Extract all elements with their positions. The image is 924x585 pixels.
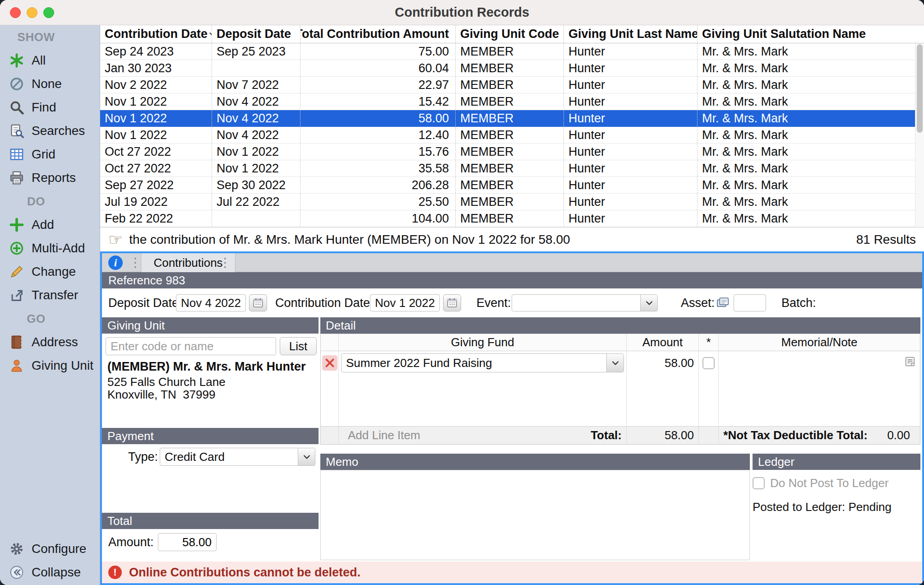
sidebar-item-label: Address: [32, 335, 78, 349]
status-text: the contribution of Mr. & Mrs. Mark Hunt…: [129, 232, 570, 247]
cell-amount: 104.00: [300, 210, 456, 227]
table-row[interactable]: Nov 1 2022 Nov 4 2022 58.00 MEMBER Hunte…: [100, 110, 915, 127]
asset-cards-icon[interactable]: [714, 294, 732, 311]
cell-salutation: Mr. & Mrs. Mark: [698, 127, 915, 143]
table-row[interactable]: Nov 2 2022 Nov 7 2022 22.97 MEMBER Hunte…: [100, 77, 915, 93]
giving-fund-select[interactable]: Summer 2022 Fund Raising: [341, 353, 624, 372]
table-row[interactable]: Nov 1 2022 Nov 4 2022 15.42 MEMBER Hunte…: [100, 93, 915, 110]
window-controls: [10, 7, 54, 18]
deposit-date-input[interactable]: [176, 294, 246, 311]
table-row[interactable]: Jan 30 2023 60.04 MEMBER Hunter Mr. & Mr…: [100, 60, 915, 77]
sidebar-item-change[interactable]: Change: [0, 260, 100, 283]
sidebar-item-none[interactable]: None: [0, 72, 100, 96]
table-row[interactable]: Oct 27 2022 Nov 1 2022 15.76 MEMBER Hunt…: [100, 144, 915, 160]
sidebar-item-label: All: [32, 53, 46, 68]
event-select[interactable]: [512, 294, 658, 311]
giving-fund-cell: Summer 2022 Fund Raising: [339, 351, 627, 375]
deposit-date-calendar-icon[interactable]: [249, 294, 267, 311]
cell-giving-unit-code: MEMBER: [456, 77, 564, 93]
cell-salutation: Mr. & Mrs. Mark: [698, 210, 915, 227]
sidebar-item-multi-add[interactable]: Multi-Add: [0, 237, 100, 260]
contribution-date-input[interactable]: [370, 294, 440, 311]
info-icon[interactable]: i: [108, 255, 123, 270]
payment-type-select[interactable]: Credit Card: [160, 448, 315, 466]
table-row[interactable]: Sep 24 2023 Sep 25 2023 75.00 MEMBER Hun…: [100, 43, 915, 60]
sidebar-item-grid[interactable]: Grid: [0, 143, 100, 166]
memo-note-icon[interactable]: [904, 355, 916, 371]
do-not-post-label: Do Not Post To Ledger: [770, 476, 889, 490]
cell-last-name: Hunter: [564, 77, 698, 93]
table-row[interactable]: Sep 27 2022 Sep 30 2022 206.28 MEMBER Hu…: [100, 177, 915, 194]
column-header-deposit-date[interactable]: Deposit Date: [212, 25, 300, 43]
chevron-down-icon[interactable]: [298, 448, 315, 465]
line-items-header: Giving Fund Amount * Memorial/Note: [321, 334, 920, 351]
giving-unit-address-line2: Knoxville, TN 37999: [107, 388, 215, 402]
cell-last-name: Hunter: [564, 210, 698, 227]
amount-input[interactable]: [158, 533, 217, 551]
delete-line-item-icon[interactable]: [322, 355, 337, 371]
list-button[interactable]: List: [280, 337, 317, 355]
sidebar-item-collapse[interactable]: Collapse: [0, 561, 100, 584]
deposit-date-label: Deposit Date:: [108, 288, 182, 317]
column-header-giving-unit-code[interactable]: Giving Unit Code: [456, 25, 564, 43]
table-scrollbar[interactable]: [915, 43, 924, 227]
sidebar-item-configure[interactable]: Configure: [0, 537, 100, 561]
giving-unit-search-input[interactable]: [106, 337, 276, 355]
chevron-down-icon[interactable]: [606, 354, 624, 372]
sidebar-item-giving-unit[interactable]: Giving Unit: [0, 354, 100, 377]
table-row[interactable]: Oct 27 2022 Nov 1 2022 35.58 MEMBER Hunt…: [100, 160, 915, 177]
sidebar-item-reports[interactable]: Reports: [0, 166, 100, 190]
status-bar: ☞ the contribution of Mr. & Mrs. Mark Hu…: [100, 227, 924, 251]
column-header-giving-fund: Giving Fund: [339, 334, 627, 351]
cell-salutation: Mr. & Mrs. Mark: [698, 43, 915, 60]
sidebar-item-label: Multi-Add: [32, 241, 85, 255]
sidebar-item-add[interactable]: Add: [0, 213, 100, 237]
memorial-note-cell[interactable]: [719, 351, 920, 375]
column-header-contribution-date[interactable]: Contribution Date: [100, 25, 212, 43]
detail-header: Detail: [320, 317, 920, 334]
table-row[interactable]: Nov 1 2022 Nov 4 2022 12.40 MEMBER Hunte…: [100, 127, 915, 144]
sidebar-item-address[interactable]: Address: [0, 330, 100, 354]
cell-contribution-date: Sep 27 2022: [100, 177, 212, 193]
cell-amount: 60.04: [300, 60, 456, 76]
do-not-post-checkbox[interactable]: [753, 477, 765, 489]
not-deductible-checkbox[interactable]: [702, 357, 715, 369]
table-row[interactable]: Feb 22 2022 104.00 MEMBER Hunter Mr. & M…: [100, 210, 915, 227]
column-header-last-name[interactable]: Giving Unit Last Name: [564, 25, 698, 43]
batch-label: Batch:: [781, 288, 816, 317]
sidebar-section-go: GO: [0, 307, 72, 330]
cell-last-name: Hunter: [564, 110, 698, 126]
column-header-salutation[interactable]: Giving Unit Salutation Name: [698, 25, 924, 43]
contribution-date-calendar-icon[interactable]: [443, 294, 461, 311]
line-item-amount[interactable]: 58.00: [627, 351, 699, 375]
zoom-window-button[interactable]: [43, 7, 54, 18]
cell-deposit-date: Sep 30 2022: [212, 177, 300, 193]
table-row[interactable]: Jul 19 2022 Jul 22 2022 25.50 MEMBER Hun…: [100, 194, 915, 210]
cell-amount: 15.76: [300, 144, 456, 160]
ledger-section: Do Not Post To Ledger Posted to Ledger: …: [753, 470, 920, 560]
scrollbar-thumb[interactable]: [917, 44, 923, 133]
cell-salutation: Mr. & Mrs. Mark: [698, 144, 915, 160]
chevron-down-icon[interactable]: [640, 295, 657, 311]
sidebar-item-all[interactable]: All: [0, 49, 100, 72]
tab-drag-handle-icon[interactable]: ⋮: [219, 253, 231, 272]
cell-contribution-date: Oct 27 2022: [100, 160, 212, 176]
column-header-memorial-note: Memorial/Note: [719, 334, 920, 351]
sidebar-item-searches[interactable]: Searches: [0, 119, 100, 143]
drag-handle-icon[interactable]: ⋮: [129, 253, 142, 272]
cell-giving-unit-code: MEMBER: [456, 160, 564, 176]
minimize-window-button[interactable]: [27, 7, 37, 18]
sidebar-item-find[interactable]: Find: [0, 96, 100, 119]
asset-input[interactable]: [734, 294, 766, 311]
contribution-detail-panel: i ⋮ Contributions ⋮ Reference 983 Deposi…: [100, 251, 924, 585]
memo-input[interactable]: [320, 470, 750, 560]
not-tax-deductible-total: 0.00: [868, 428, 920, 442]
close-window-button[interactable]: [10, 7, 21, 18]
tab-contributions[interactable]: Contributions ⋮: [141, 253, 236, 272]
add-line-item-button[interactable]: Add Line Item: [348, 428, 420, 442]
reference-header: Reference 983: [102, 272, 922, 288]
cell-giving-unit-code: MEMBER: [456, 144, 564, 160]
column-header-total-amount[interactable]: Total Contribution Amount: [300, 25, 456, 43]
sidebar-item-transfer[interactable]: Transfer: [0, 283, 100, 307]
results-count: 81 Results: [856, 232, 916, 247]
